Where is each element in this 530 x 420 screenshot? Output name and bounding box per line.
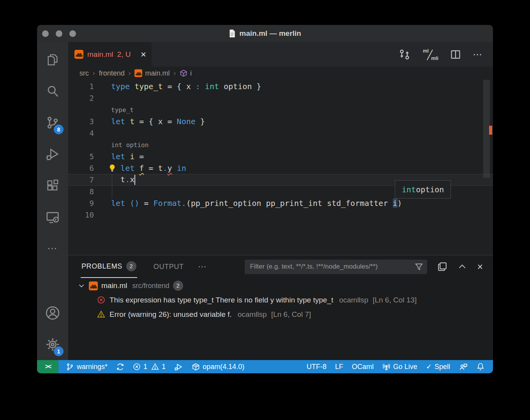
problem-row-error[interactable]: This expression has type type_t There is…: [68, 293, 493, 307]
overview-ruler-error-marker: [489, 126, 492, 135]
zoom-window-button[interactable]: [69, 30, 76, 37]
code-line-9[interactable]: 9let () = Format.(pp_print_option pp_pri…: [68, 197, 493, 209]
code-token: =: [134, 152, 144, 161]
inlay-hint-text: int option: [111, 141, 493, 149]
code-token: [134, 163, 139, 173]
breadcrumb-frontend[interactable]: frontend: [99, 69, 125, 77]
tab-output[interactable]: OUTPUT: [154, 263, 184, 271]
breadcrumb-file[interactable]: main.ml: [134, 69, 170, 77]
problems-file-badge: 2: [173, 281, 183, 291]
source-control-icon[interactable]: 8: [37, 107, 68, 138]
code-token: x: [130, 175, 134, 184]
problems-filter-input[interactable]: [250, 263, 415, 271]
code-token: type: [111, 82, 130, 91]
run-debug-icon[interactable]: [37, 138, 68, 170]
tab-bar: main.ml 2, U × ml mli: [68, 42, 493, 67]
encoding-item[interactable]: UTF-8: [302, 363, 331, 371]
code-token: None: [177, 117, 196, 126]
inlay-hint-row: int option: [68, 139, 493, 151]
eol-item[interactable]: LF: [331, 363, 348, 371]
tab-decoration: 2, U: [117, 50, 131, 59]
line-number: 8: [68, 187, 111, 196]
panel-views-icon[interactable]: [437, 262, 447, 272]
remote-indicator[interactable]: ><: [37, 360, 58, 373]
explorer-icon[interactable]: [37, 44, 68, 75]
panel-more-tabs-icon[interactable]: ⋯: [198, 262, 207, 272]
code-token: .: [125, 175, 130, 184]
tab-close-icon[interactable]: ×: [141, 50, 146, 59]
breadcrumb-src[interactable]: src: [80, 69, 89, 77]
code-token: let: [111, 152, 125, 161]
close-panel-icon[interactable]: ×: [477, 262, 483, 272]
language-mode-item[interactable]: OCaml: [348, 363, 378, 371]
sync-changes-icon[interactable]: [112, 363, 129, 371]
title-bar: main.ml — merlin: [37, 25, 493, 42]
code-line-5[interactable]: 5let i =: [68, 151, 493, 162]
problems-count-badge: 2: [126, 261, 136, 271]
feedback-icon[interactable]: [454, 362, 472, 371]
code-token: (): [130, 199, 139, 208]
split-editor-icon[interactable]: [450, 49, 461, 60]
type-hover-tooltip: int option: [395, 180, 451, 199]
code-line-10[interactable]: 10: [68, 209, 493, 221]
search-icon[interactable]: [37, 75, 68, 107]
lightbulb-icon[interactable]: [108, 164, 117, 172]
code-line-6[interactable]: 6 let f = t.y in: [68, 162, 493, 174]
line-number: 6: [68, 164, 111, 172]
filter-funnel-icon: [415, 262, 423, 271]
problems-file-row[interactable]: main.ml src/frontend 2: [68, 279, 493, 293]
breadcrumb-symbol[interactable]: i: [180, 69, 192, 77]
more-actions-icon[interactable]: ⋯: [473, 49, 483, 60]
more-views-icon[interactable]: ⋯: [37, 233, 68, 264]
code-token: option: [416, 185, 444, 194]
code-line-2[interactable]: 2: [68, 92, 493, 104]
code-line-3[interactable]: 3let t = { x = None }: [68, 116, 493, 127]
opam-status-item[interactable]: opam(4.14.0): [187, 363, 249, 371]
code-line-4[interactable]: 4: [68, 127, 493, 139]
remote-explorer-icon[interactable]: [37, 201, 68, 233]
tab-label: main.ml: [87, 50, 113, 59]
inlay-hint-row: type_t: [68, 104, 493, 116]
code-token: let: [111, 199, 125, 208]
code-token: let: [120, 163, 134, 173]
code-line-1[interactable]: 1type type_t = { x : int option }: [68, 81, 493, 92]
ocaml-file-icon: [134, 69, 142, 77]
switch-ml-mli-icon[interactable]: ml mli: [422, 48, 438, 61]
spell-checker-item[interactable]: ✓ Spell: [422, 362, 454, 371]
code-text: let () = Format.(pp_print_option pp_prin…: [111, 199, 493, 208]
text-cursor: [134, 175, 135, 185]
bottom-panel: PROBLEMS 2 OUTPUT ⋯: [68, 255, 493, 360]
code-token: t: [111, 175, 125, 184]
problems-status-item[interactable]: 1 1: [129, 363, 170, 371]
code-token: [125, 199, 130, 208]
go-live-item[interactable]: Go Live: [378, 363, 422, 371]
code-token: =: [139, 199, 153, 208]
code-token: y: [168, 163, 172, 173]
tab-main-ml[interactable]: main.ml 2, U ×: [68, 42, 152, 67]
git-branch-item[interactable]: warnings*: [62, 363, 112, 371]
notifications-bell-icon[interactable]: [472, 362, 489, 371]
breadcrumb: src › frontend › main.ml ›: [68, 67, 493, 80]
code-token: int: [205, 82, 219, 91]
minimize-window-button[interactable]: [56, 30, 62, 37]
problems-filter[interactable]: [245, 260, 427, 274]
open-changes-icon[interactable]: [399, 49, 410, 60]
account-icon[interactable]: [37, 297, 68, 329]
problem-row-warning[interactable]: Error (warning 26): unused variable f. o…: [68, 307, 493, 322]
document-icon: [229, 29, 236, 38]
chevron-down-icon[interactable]: [78, 282, 85, 290]
line-number: 2: [68, 94, 111, 102]
code-editor[interactable]: 1type type_t = { x : int option }2type_t…: [68, 80, 493, 255]
traffic-lights: [42, 25, 76, 42]
source-control-badge: 8: [54, 125, 64, 134]
tab-problems[interactable]: PROBLEMS 2: [81, 255, 137, 278]
extensions-icon[interactable]: [37, 170, 68, 201]
maximize-panel-icon[interactable]: [458, 262, 466, 271]
activity-bar: 8 ⋯ 1: [37, 42, 68, 360]
ocaml-file-icon: [74, 50, 83, 59]
settings-gear-icon[interactable]: 1: [37, 329, 68, 360]
close-window-button[interactable]: [42, 30, 49, 37]
code-token: .: [163, 163, 167, 173]
window-title: main.ml — merlin: [239, 29, 301, 38]
debug-status-icon[interactable]: [170, 362, 187, 371]
